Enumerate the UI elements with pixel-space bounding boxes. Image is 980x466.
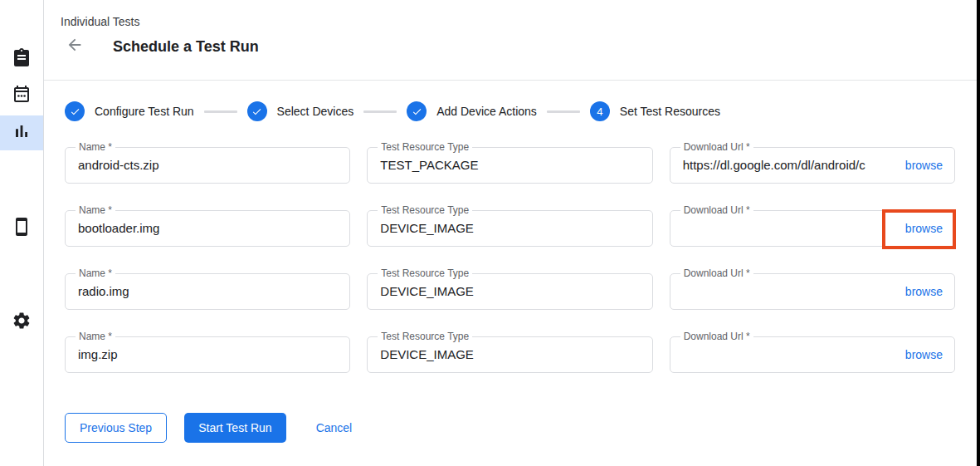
download-url-field[interactable]: Download Url * browse — [670, 210, 955, 247]
arrow-back-icon — [66, 36, 84, 57]
step-complete-check-icon — [407, 101, 427, 121]
download-url-field[interactable]: Download Url * browse — [670, 273, 955, 310]
smartphone-icon — [12, 217, 32, 240]
resource-type-field-label: Test Resource Type — [378, 204, 472, 216]
sidebar — [0, 0, 44, 466]
page-header: Individual Tests Schedule a Test Run — [44, 0, 977, 81]
step-select-devices[interactable]: Select Devices — [247, 101, 354, 121]
step-set-test-resources[interactable]: 4 Set Test Resources — [590, 101, 720, 121]
name-field[interactable]: Name * bootloader.img — [65, 210, 350, 247]
resource-type-field[interactable]: Test Resource Type DEVICE_IMAGE — [367, 273, 652, 310]
name-field-value[interactable]: bootloader.img — [66, 211, 349, 246]
name-field-label: Name * — [76, 204, 115, 216]
step-label: Select Devices — [277, 105, 354, 118]
resource-row: Name * bootloader.img Test Resource Type… — [65, 210, 955, 247]
sidebar-item-devices[interactable] — [0, 211, 43, 246]
name-field[interactable]: Name * radio.img — [65, 273, 350, 310]
breadcrumb: Individual Tests — [61, 15, 139, 28]
resource-type-field-label: Test Resource Type — [378, 267, 472, 279]
previous-step-button[interactable]: Previous Step — [65, 413, 167, 443]
sidebar-item-settings[interactable] — [0, 305, 43, 340]
browse-button[interactable]: browse — [905, 211, 943, 246]
cancel-button[interactable]: Cancel — [302, 413, 367, 443]
step-connector — [363, 110, 397, 113]
resource-type-field-value[interactable]: DEVICE_IMAGE — [368, 337, 651, 372]
resource-type-field-value[interactable]: DEVICE_IMAGE — [368, 274, 651, 309]
resource-row: Name * android-cts.zip Test Resource Typ… — [65, 147, 955, 184]
resource-type-field[interactable]: Test Resource Type DEVICE_IMAGE — [367, 336, 652, 373]
name-field[interactable]: Name * img.zip — [65, 336, 350, 373]
step-connector — [204, 110, 237, 113]
download-url-field[interactable]: Download Url * browse — [670, 336, 955, 373]
sidebar-item-test-plans[interactable] — [0, 78, 43, 113]
sidebar-item-test-runs[interactable] — [0, 115, 43, 150]
download-url-field[interactable]: Download Url * https://dl.google.com/dl/… — [670, 147, 955, 184]
resource-type-field-value[interactable]: DEVICE_IMAGE — [368, 211, 651, 246]
calendar-icon — [12, 84, 32, 107]
screenshot-right-edge — [977, 0, 980, 466]
main-content: Individual Tests Schedule a Test Run Con… — [44, 0, 977, 466]
settings-gear-icon — [12, 311, 32, 334]
step-configure-test-run[interactable]: Configure Test Run — [65, 101, 194, 121]
bar-chart-icon — [12, 121, 32, 145]
browse-button[interactable]: browse — [905, 274, 943, 309]
stepper: Configure Test Run Select Devices Add De… — [65, 101, 977, 121]
step-complete-check-icon — [247, 101, 267, 121]
name-field-label: Name * — [76, 331, 115, 342]
resource-type-field-label: Test Resource Type — [378, 331, 472, 342]
resource-type-field-label: Test Resource Type — [378, 141, 472, 153]
step-label: Set Test Resources — [620, 105, 720, 118]
browse-button[interactable]: browse — [905, 337, 943, 372]
name-field-value[interactable]: img.zip — [66, 337, 349, 372]
form-actions: Previous Step Start Test Run Cancel — [65, 413, 977, 443]
resource-row: Name * radio.img Test Resource Type DEVI… — [65, 273, 955, 310]
resource-type-field[interactable]: Test Resource Type TEST_PACKAGE — [367, 147, 652, 184]
download-url-field-label: Download Url * — [680, 141, 753, 153]
download-url-field-label: Download Url * — [680, 204, 753, 216]
resource-row: Name * img.zip Test Resource Type DEVICE… — [65, 336, 955, 373]
clipboard-tasks-icon — [12, 47, 32, 71]
name-field-value[interactable]: android-cts.zip — [66, 148, 349, 183]
download-url-field-label: Download Url * — [680, 267, 753, 279]
sidebar-item-tests[interactable] — [0, 42, 43, 76]
start-test-run-button[interactable]: Start Test Run — [184, 413, 285, 443]
step-complete-check-icon — [65, 101, 85, 121]
step-label: Configure Test Run — [95, 105, 194, 118]
name-field-value[interactable]: radio.img — [66, 274, 349, 309]
name-field[interactable]: Name * android-cts.zip — [65, 147, 350, 184]
step-label: Add Device Actions — [436, 105, 537, 118]
download-url-field-label: Download Url * — [680, 331, 753, 342]
browse-button[interactable]: browse — [905, 148, 943, 183]
step-number-badge: 4 — [590, 101, 610, 121]
page-title: Schedule a Test Run — [113, 38, 259, 56]
name-field-label: Name * — [76, 267, 115, 279]
step-add-device-actions[interactable]: Add Device Actions — [407, 101, 537, 121]
step-connector — [547, 110, 580, 113]
resource-type-field-value[interactable]: TEST_PACKAGE — [368, 148, 651, 183]
name-field-label: Name * — [76, 141, 115, 153]
test-resources-form: Name * android-cts.zip Test Resource Typ… — [65, 147, 955, 373]
back-button[interactable] — [65, 37, 85, 56]
resource-type-field[interactable]: Test Resource Type DEVICE_IMAGE — [367, 210, 652, 247]
